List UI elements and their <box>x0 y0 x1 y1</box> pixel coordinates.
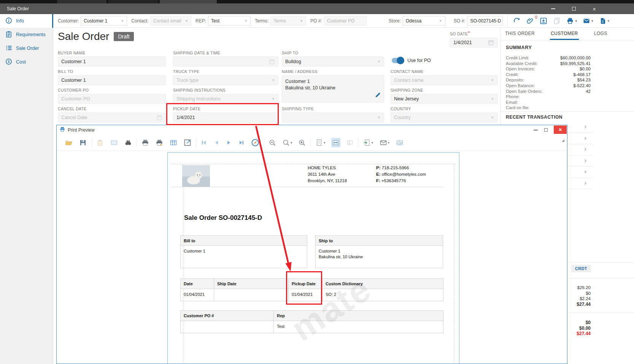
email-icon[interactable]: ▾ <box>379 138 390 147</box>
browser-tab-strip <box>0 0 634 3</box>
page-setup-icon[interactable] <box>169 138 178 147</box>
ship-to-header: Ship to <box>316 236 443 246</box>
browser-tab[interactable] <box>160 0 217 3</box>
next-page-icon[interactable] <box>225 139 233 146</box>
attachment-icon[interactable]: 0 <box>526 17 534 25</box>
name-address-input[interactable]: Customer 1 Bakulina str, 10 Ukraine <box>282 75 384 103</box>
sidebar-item-cost[interactable]: $ Cost <box>0 55 53 69</box>
scale-icon[interactable] <box>183 138 192 147</box>
dialog-maximize-icon[interactable] <box>544 128 548 132</box>
po-number-input[interactable]: Customer PO <box>324 16 367 25</box>
chevron-down-icon: ▼ <box>491 78 494 82</box>
paste-icon[interactable] <box>95 138 105 147</box>
po-number-field: PO #: Customer PO <box>310 16 367 25</box>
sidebar-item-info[interactable]: Info <box>0 14 53 28</box>
quick-print-icon[interactable] <box>155 138 164 147</box>
search-icon[interactable] <box>124 138 133 147</box>
shipping-datetime-input[interactable] <box>173 57 278 67</box>
crdt-badge[interactable]: CRDT <box>571 265 591 272</box>
truck-type-select[interactable]: Truck type▼ <box>173 75 278 85</box>
compass-icon[interactable] <box>250 138 260 148</box>
sidebar-item-sale-order[interactable]: Sale Order <box>0 41 53 55</box>
cancel-date-input[interactable]: Cancel Date <box>58 113 166 122</box>
country-label: COUNTRY <box>391 106 497 111</box>
window-restore-icon[interactable] <box>572 7 576 11</box>
save-icon[interactable] <box>78 138 87 147</box>
window-minimize-icon[interactable] <box>551 8 555 9</box>
tab-logs[interactable]: LOGS <box>593 29 608 40</box>
shipping-zone-label: SHIPPING ZONE <box>391 88 497 92</box>
so-date-input[interactable]: 1/4/2021 <box>450 38 497 48</box>
shipping-instructions-select[interactable]: Shipping Instructions▼ <box>173 94 278 104</box>
customer-po-input[interactable]: Customer PO <box>58 94 166 104</box>
mail-icon[interactable]: ▾ <box>583 17 593 25</box>
chevron-down-icon: ▾ <box>291 141 292 145</box>
last-page-icon[interactable] <box>238 139 245 146</box>
contact-name-label: CONTACT NAME <box>391 69 497 74</box>
page-width-icon[interactable] <box>331 138 340 147</box>
ship-to-select[interactable]: Bulldog▼ <box>282 57 384 67</box>
browser-tab[interactable] <box>57 0 106 3</box>
copy-icon[interactable] <box>553 17 561 25</box>
store-select[interactable]: Odessa▼ <box>403 16 445 25</box>
margins-icon[interactable] <box>110 138 119 147</box>
open-icon[interactable] <box>64 138 73 147</box>
rep-select[interactable]: Test▼ <box>208 16 251 25</box>
column-header: Date <box>181 279 214 289</box>
sidebar-item-label: Cost <box>16 59 26 65</box>
email-label: E: <box>376 172 381 176</box>
download-icon[interactable] <box>540 17 547 25</box>
shipping-type-label: SHIPPING TYPE <box>282 106 384 111</box>
column-header: Ship Date <box>214 279 289 289</box>
refresh-icon[interactable] <box>513 17 521 25</box>
contact-select[interactable]: Contact email▼ <box>150 16 191 25</box>
panel-divider <box>501 111 634 112</box>
edit-pencil-icon[interactable] <box>375 92 381 100</box>
chevron-right-icon: › <box>584 145 586 153</box>
tab-customer[interactable]: CUSTOMER <box>550 29 579 40</box>
po-number-label: PO #: <box>310 18 322 24</box>
terms-select[interactable]: Terms▼ <box>270 16 306 25</box>
shipping-type-field: SHIPPING TYPE ▼ <box>282 106 384 122</box>
magnifier-icon[interactable]: ▾ <box>282 138 293 147</box>
country-select[interactable]: Country▼ <box>391 113 497 122</box>
email-value: office@hometyles.com <box>382 172 426 176</box>
so-number-input[interactable]: SO-0027145-D <box>467 16 503 25</box>
summary-row: Deposits:$54.23 <box>506 77 591 83</box>
first-page-icon[interactable] <box>200 139 208 146</box>
print-icon[interactable]: ▾ <box>566 17 577 25</box>
tab-this-order[interactable]: THIS ORDER <box>504 29 535 40</box>
prev-page-icon[interactable] <box>213 139 220 146</box>
export-icon[interactable]: ▾ <box>362 138 374 147</box>
toolbar-overflow-grip[interactable] <box>562 139 564 142</box>
document-icon[interactable]: ▾ <box>599 17 610 25</box>
dialog-close-icon[interactable]: × <box>554 126 567 134</box>
customer-select[interactable]: Customer 1▼ <box>81 16 127 25</box>
pickup-date-input[interactable]: 1/4/2021 <box>173 113 278 122</box>
calendar-icon[interactable] <box>156 114 162 121</box>
dialog-minimize-icon[interactable] <box>534 130 538 130</box>
chevron-down-icon: ▼ <box>297 19 303 23</box>
shipping-type-select[interactable]: ▼ <box>282 113 384 122</box>
print-icon[interactable] <box>141 138 150 147</box>
attachment-count-badge: 0 <box>535 15 537 19</box>
zoom-out-icon[interactable] <box>268 138 277 147</box>
buyer-name-input[interactable]: Customer 1 <box>58 57 166 67</box>
bill-to-input[interactable]: Customer 1 <box>58 75 166 85</box>
sidebar-item-requirements[interactable]: Requirements <box>0 28 53 41</box>
watermark-icon[interactable] <box>395 138 404 147</box>
contact-name-select[interactable]: Contact name▼ <box>391 75 497 85</box>
use-for-po-toggle[interactable] <box>392 58 404 63</box>
calendar-icon[interactable] <box>488 40 494 46</box>
shipping-zone-select[interactable]: New Jersey▼ <box>391 94 497 104</box>
window-close-icon[interactable]: × <box>593 6 596 12</box>
shipping-datetime-field: SHIPPING DATE & TIME <box>173 51 278 67</box>
multi-page-icon[interactable] <box>345 138 354 147</box>
page-view-icon[interactable]: ▾ <box>315 138 326 147</box>
required-asterisk: * <box>468 30 470 36</box>
so-date-label: SO DATE <box>450 32 468 36</box>
zoom-in-icon[interactable] <box>298 138 307 147</box>
browser-tab[interactable] <box>108 0 158 3</box>
fax-label: F: <box>376 178 380 183</box>
calendar-icon[interactable] <box>269 59 275 65</box>
